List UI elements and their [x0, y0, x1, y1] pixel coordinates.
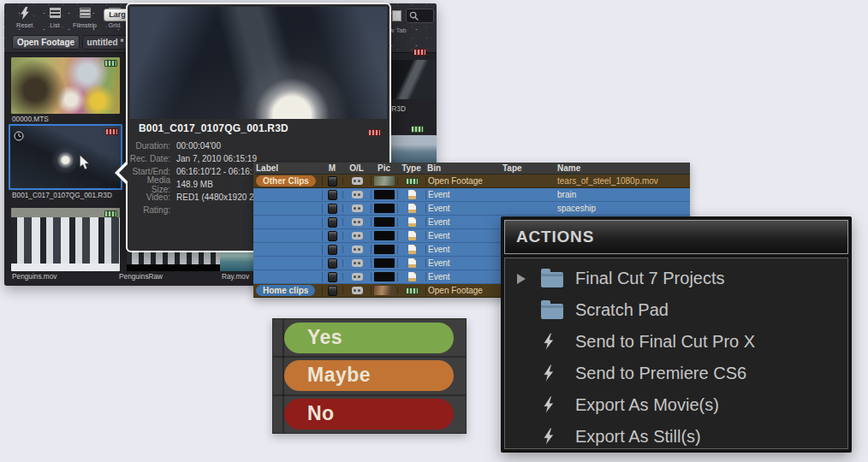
rating-pill-yes[interactable]: Yes: [284, 323, 454, 353]
online-icon: [352, 191, 363, 198]
label-pill[interactable]: Other Clips: [256, 175, 316, 187]
bin-cell: Open Footage: [425, 286, 501, 295]
bin-cell: Open Footage: [425, 176, 501, 186]
clip-thumbnail-road[interactable]: [387, 60, 437, 99]
bin-cell: Event: [425, 204, 501, 213]
marker-button[interactable]: [328, 272, 337, 282]
action-export-movie[interactable]: Export As Movie(s): [505, 389, 847, 421]
document-type-icon: [408, 258, 416, 268]
action-scratch-pad[interactable]: Scratch Pad: [505, 294, 847, 326]
clip-pic-thumbnail: [374, 190, 395, 199]
clip-thumbnail-selected[interactable]: [9, 124, 122, 190]
clip-label: B001_C017_0107QG_001.R3D: [12, 192, 112, 199]
online-icon: [352, 259, 363, 267]
online-icon: [352, 246, 363, 253]
online-icon: [352, 218, 363, 226]
clip-label: Penguins.mov: [12, 273, 56, 281]
field-value: 00:00:04'00: [176, 141, 221, 151]
table-row[interactable]: Other Clips Open Footage tears_of_steel_…: [253, 175, 690, 188]
tab-untitled[interactable]: untitled *: [82, 35, 128, 50]
marker-button[interactable]: [328, 190, 337, 200]
lightning-icon: [539, 332, 575, 352]
marker-button[interactable]: [328, 286, 337, 296]
marker-button[interactable]: [328, 258, 337, 269]
table-row[interactable]: Event brain: [253, 188, 690, 202]
label-pill[interactable]: Home clips: [256, 285, 315, 296]
action-send-to-fcpx[interactable]: Send to Final Cut Pro X: [505, 326, 847, 358]
action-export-still[interactable]: Export As Still(s): [505, 421, 847, 453]
document-type-icon: [408, 204, 416, 213]
bin-cell: Event: [425, 231, 501, 240]
folder-icon: [541, 272, 563, 287]
marker-button[interactable]: [328, 245, 337, 255]
film-badge-icon: [368, 124, 381, 139]
clip-pic-thumbnail: [374, 258, 395, 268]
list-label: List: [50, 22, 59, 29]
disclosure-triangle-icon[interactable]: [517, 274, 526, 284]
col-header-type[interactable]: Type: [397, 163, 425, 173]
filmstrip-icon: [80, 7, 91, 19]
table-row[interactable]: Event spaceship: [253, 202, 690, 216]
col-header-label[interactable]: Label: [253, 163, 322, 173]
clip-pic-thumbnail: [374, 272, 395, 281]
rating-pill-no[interactable]: No: [284, 399, 454, 429]
clip-thumbnail-penguins[interactable]: [11, 208, 120, 271]
col-header-m[interactable]: M: [322, 163, 342, 173]
new-tab-icon[interactable]: [392, 10, 401, 21]
clip-thumbnail-00000mts[interactable]: [11, 57, 120, 114]
clock-icon: [14, 129, 24, 145]
field-label: Rating:: [128, 205, 170, 215]
field-value: Jan 7, 2010 06:15:19: [176, 154, 257, 163]
col-header-ol[interactable]: O/L: [342, 163, 371, 173]
marker-button[interactable]: [328, 204, 337, 214]
actions-panel: ACTIONS Final Cut 7 Projects Scratch Pad…: [501, 216, 852, 453]
folder-icon: [541, 304, 563, 319]
reset-button[interactable]: Reset: [13, 7, 37, 30]
action-final-cut-7-projects[interactable]: Final Cut 7 Projects: [505, 263, 847, 294]
clip-title: B001_C017_0107QG_001.R3D: [139, 122, 288, 134]
marker-button[interactable]: [328, 176, 337, 187]
filmstrip-label: Filmstrip: [73, 22, 97, 29]
lightning-icon: [539, 427, 575, 447]
filmstrip-view-button[interactable]: Filmstrip: [73, 7, 97, 30]
bin-cell: Event: [425, 217, 501, 227]
action-send-to-premiere[interactable]: Send to Premiere CS6: [505, 358, 847, 389]
film-badge-icon: [411, 126, 424, 133]
marker-button[interactable]: [328, 231, 337, 241]
online-icon: [352, 273, 363, 281]
rating-pill-maybe[interactable]: Maybe: [284, 360, 454, 391]
marker-button[interactable]: [328, 217, 337, 228]
col-header-pic[interactable]: Pic: [371, 163, 397, 173]
clip-pic-thumbnail: [374, 245, 395, 254]
bin-cell: Event: [425, 245, 501, 254]
clip-thumbnail-coast[interactable]: [387, 135, 437, 166]
clip-pic-thumbnail: [374, 231, 395, 240]
online-icon: [352, 204, 363, 212]
clip-label: 00000.MTS: [12, 116, 49, 123]
film-type-icon: [406, 287, 419, 294]
document-type-icon: [408, 272, 416, 281]
col-header-tape[interactable]: Tape: [501, 163, 554, 173]
new-tab-label: w Tab: [389, 27, 407, 34]
tab-open-footage[interactable]: Open Footage: [12, 35, 80, 50]
document-type-icon: [408, 217, 416, 227]
field-label: Duration:: [128, 141, 170, 151]
clip-label: .R3D: [389, 105, 406, 113]
list-view-button[interactable]: List: [43, 7, 67, 30]
field-label: Video:: [128, 192, 170, 202]
clip-pic-thumbnail: [374, 176, 395, 186]
clip-label: Ray.mov: [222, 273, 249, 281]
col-header-bin[interactable]: Bin: [425, 163, 501, 173]
search-icon: [409, 11, 419, 21]
clip-thumbnail-penguinsraw[interactable]: [127, 250, 221, 271]
col-header-name[interactable]: Name: [554, 163, 690, 173]
clip-pic-thumbnail: [374, 204, 395, 213]
lightning-icon: [20, 7, 30, 19]
screenshot-stage: Reset List Filmstrip Grid Larg Open Foot…: [0, 0, 868, 462]
online-icon: [352, 287, 363, 294]
document-type-icon: [408, 190, 416, 199]
clip-preview-image: [130, 7, 387, 119]
search-input[interactable]: [406, 9, 434, 23]
film-type-icon: [406, 178, 419, 185]
rating-labels-panel: Yes Maybe No: [272, 318, 467, 434]
